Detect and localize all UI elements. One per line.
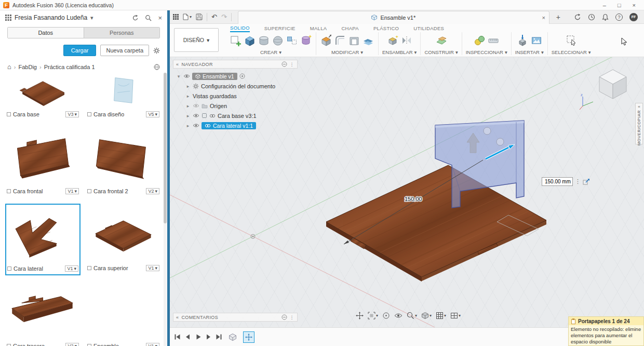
dimension-input[interactable] [542,177,573,186]
tree-item-origen[interactable]: ▸ Origen [174,101,298,111]
ribbon-tab-malla[interactable]: MALLA [310,25,327,32]
ribbon-tab-chapa[interactable]: CHAPA [341,25,359,32]
history-clock-icon[interactable] [588,14,595,21]
cylinder-primitive-icon[interactable] [258,34,270,47]
data-panel-close-icon[interactable]: × [158,14,162,22]
version-dropdown[interactable]: V1▾ [146,265,159,271]
selected-component-chip[interactable]: Cara lateral v1:1 [202,122,256,129]
redo-button[interactable]: ↷ [221,13,227,21]
create-sketch-icon[interactable] [230,34,242,47]
tree-item-cara-base[interactable]: ▸ Cara base v3:1 [174,111,298,121]
timeline-feature-component[interactable] [227,331,238,343]
item-card-cara-frontal-2[interactable]: Cara frontal 2V2▾ [86,127,161,197]
input-options-dots-icon[interactable]: ⋮ [575,178,581,185]
save-button[interactable] [196,14,203,20]
expander-icon[interactable]: ▸ [185,113,191,118]
version-dropdown[interactable]: V2▾ [146,188,159,194]
fit-view-icon[interactable]: ▾ [368,312,378,320]
item-card-cara-diseno[interactable]: Cara diseñoV5▾ [86,73,161,121]
window-maximize-button[interactable]: □ [618,2,621,8]
tree-item-cara-lateral[interactable]: ▸ Cara lateral v1:1 [174,121,298,130]
notifications-bell-icon[interactable] [602,14,609,21]
drag-dots-icon[interactable]: ⋮ [290,62,294,67]
tab-datos[interactable]: Datos [8,28,84,38]
minus-circle-icon[interactable] [281,314,287,320]
new-tab-button[interactable]: + [554,13,563,21]
zoom-icon[interactable]: ▾ [407,312,417,320]
group-label-construir[interactable]: CONSTRUIR▾ [424,49,458,55]
workspace-selector[interactable]: DISEÑO▾ [174,28,219,52]
expander-icon[interactable]: ▸ [185,84,191,89]
window-minimize-button[interactable]: – [603,2,606,8]
canvas-image-icon[interactable] [530,34,543,47]
visibility-eye-icon[interactable] [193,103,199,108]
version-dropdown[interactable]: V2▾ [65,343,79,346]
navegador-header[interactable]: « NAVEGADOR ⋮ [173,60,298,69]
group-label-crear[interactable]: CREAR▾ [260,49,281,55]
home-icon[interactable]: ⌂ [7,63,11,71]
box-primitive-icon[interactable] [244,34,256,47]
item-card-cara-superior[interactable]: Cara superiorV1▾ [86,204,161,275]
collapse-icon[interactable]: « [176,62,179,67]
timeline-step-back-icon[interactable] [184,334,191,340]
user-avatar[interactable]: FF [629,13,638,21]
version-dropdown[interactable]: V1▾ [65,188,79,194]
version-dropdown[interactable]: V3▾ [65,111,79,117]
ribbon-tab-plastico[interactable]: PLÁSTICO [373,25,399,32]
undo-button[interactable]: ↶ [211,13,217,21]
group-label-insertar[interactable]: INSERTAR▾ [515,49,544,55]
apps-grid-icon[interactable] [5,15,11,21]
refresh-icon[interactable] [132,15,139,21]
item-card-ensamble[interactable]: EnsambleV1▾ [86,282,161,346]
item-card-cara-frontal[interactable]: Cara frontalV1▾ [5,127,81,197]
minus-circle-icon[interactable] [281,61,287,67]
tree-item-root-ensamble[interactable]: ▾ Ensamble v1 [174,71,298,81]
group-label-inspeccionar[interactable]: INSPECCIONAR▾ [466,49,507,55]
file-menu-button[interactable]: ▾ [183,14,192,20]
version-dropdown[interactable]: V1▾ [65,265,78,272]
search-icon[interactable] [145,15,152,21]
origin-indicator[interactable] [251,234,255,238]
account-name[interactable]: Fresia Fasanando Ludeña [15,14,87,21]
comentarios-header[interactable]: « COMENTARIOS ⋮ [173,313,298,322]
viewport[interactable]: 150.00 « NAVEGADOR ⋮ ▾ [170,57,644,327]
help-icon[interactable]: ? [615,14,623,21]
account-caret-icon[interactable]: ▾ [90,15,93,21]
timeline-go-start-icon[interactable] [174,334,181,340]
root-document-chip[interactable]: Ensamble v1 [192,73,237,80]
view-cube[interactable] [594,64,632,102]
app-menu-grid-icon[interactable] [173,14,179,20]
item-card-cara-lateral[interactable]: Cara lateralV1▾ [5,204,81,275]
expander-icon[interactable]: ▸ [185,103,191,109]
orbit-icon[interactable] [382,312,390,320]
item-card-cara-trasera[interactable]: Cara traseraV2▾ [5,282,81,346]
activate-radio-icon[interactable] [239,73,245,79]
mirror-icon[interactable] [400,34,413,47]
visibility-eye-icon[interactable] [193,113,199,118]
expander-icon[interactable]: ▸ [185,94,191,99]
item-card-cara-base[interactable]: Cara baseV3▾ [5,73,81,121]
select-icon[interactable] [565,34,578,47]
settings-gear-icon[interactable] [153,47,160,54]
timeline-play-icon[interactable] [195,334,202,340]
visibility-eye-icon[interactable] [193,123,199,128]
version-dropdown[interactable]: V1▾ [146,343,159,346]
mover-copiar-tab[interactable]: « MOVER/COPIAR [635,103,643,144]
measure-icon[interactable] [473,34,486,47]
construction-plane-icon[interactable] [435,34,448,47]
timeline-step-forward-icon[interactable] [205,334,212,340]
sphere-primitive-icon[interactable] [272,34,284,47]
pan-icon[interactable] [356,312,364,320]
tree-item-configuracion[interactable]: ▸ Configuración del documento [174,81,298,91]
data-panel-scrollbar[interactable] [164,73,167,346]
pattern-icon[interactable] [286,34,298,47]
ribbon-tab-utilidades[interactable]: UTILIDADES [413,25,444,32]
expander-icon[interactable]: ▾ [176,74,181,79]
group-label-ensamblar[interactable]: ENSAMBLAR▾ [382,49,417,55]
new-component-icon[interactable] [386,34,399,47]
shell-icon[interactable] [348,34,360,47]
ribbon-tab-superficie[interactable]: SUPERFICIE [264,25,296,32]
display-settings-icon[interactable]: ▾ [421,312,432,320]
upload-button[interactable]: Cargar [63,45,97,56]
coil-icon[interactable] [300,34,312,47]
